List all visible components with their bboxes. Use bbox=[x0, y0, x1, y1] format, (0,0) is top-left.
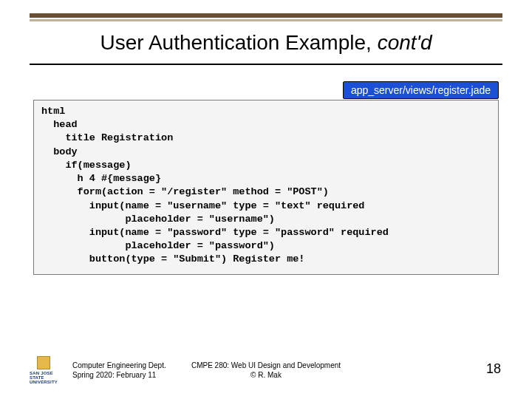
footer-course: CMPE 280: Web UI Design and Development bbox=[0, 361, 532, 371]
decor-bar-light bbox=[30, 19, 502, 21]
code-content: html head title Registration body if(mes… bbox=[41, 105, 491, 267]
title-underline bbox=[30, 64, 502, 65]
decor-bar-dark bbox=[30, 13, 502, 18]
code-block: html head title Registration body if(mes… bbox=[33, 100, 499, 275]
slide-title: User Authentication Example, cont'd bbox=[0, 31, 532, 55]
footer-author: © R. Mak bbox=[0, 371, 532, 381]
footer-center: CMPE 280: Web UI Design and Development … bbox=[0, 361, 532, 380]
file-path-badge: app_server/views/register.jade bbox=[343, 81, 499, 99]
footer: SAN JOSE STATE UNIVERSITY Computer Engin… bbox=[0, 346, 532, 381]
page-number: 18 bbox=[486, 361, 501, 377]
title-italic: cont'd bbox=[378, 31, 432, 54]
title-main: User Authentication Example, bbox=[100, 31, 378, 54]
